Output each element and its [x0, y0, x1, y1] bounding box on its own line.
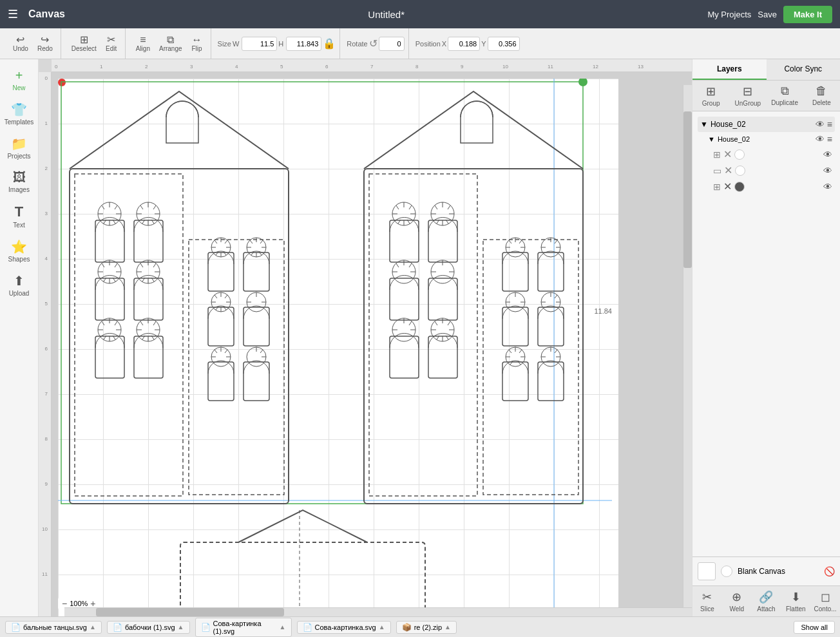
menu-icon[interactable]: ☰: [8, 7, 18, 21]
sidebar-item-projects[interactable]: 📁 Projects: [3, 132, 36, 164]
svg-rect-128: [208, 362, 234, 401]
undo-button[interactable]: ↩ Undo: [9, 33, 32, 53]
width-label: W: [233, 40, 239, 48]
svg-rect-123: [243, 307, 269, 346]
align-button[interactable]: ≡ Align: [132, 33, 154, 53]
tab-layers[interactable]: Layers: [692, 59, 767, 80]
width-input-group: W: [233, 37, 277, 51]
sidebar-item-images[interactable]: 🖼 Images: [3, 166, 36, 197]
sidebar-item-new[interactable]: + New: [3, 64, 36, 95]
file-tab-2[interactable]: 📄 бабочки (1).svg ▲: [107, 621, 190, 634]
svg-text:5: 5: [45, 301, 48, 307]
panel-actions-bottom: ✂ Slice ⊕ Weld 🔗 Attach ⬇ Flatten ◻ Cont…: [692, 585, 840, 616]
undo-icon: ↩: [16, 35, 24, 45]
sidebar-item-shapes[interactable]: ⭐ Shapes: [3, 235, 36, 267]
canvas-area[interactable]: 0 1 2 3 4 5 6 7 8 9 10 11 12 13 0 1 2 3: [39, 59, 692, 616]
y-input[interactable]: [488, 37, 520, 51]
svg-line-194: [519, 240, 522, 243]
lock-icon[interactable]: 🔒: [323, 37, 336, 50]
swatch3-visibility[interactable]: 👁: [823, 182, 832, 192]
svg-rect-170: [428, 278, 457, 320]
attach-button[interactable]: 🔗 Attach: [752, 586, 781, 616]
my-projects-link[interactable]: My Projects: [707, 10, 751, 19]
layer-row-house02-sub[interactable]: ▼ House_02 👁 ≡: [698, 132, 835, 146]
slice-button[interactable]: ✂ Slice: [692, 586, 722, 616]
blank-canvas-swatch: [698, 562, 716, 580]
svg-text:9: 9: [45, 481, 48, 487]
vertical-scroll-thumb[interactable]: [683, 111, 692, 268]
canvas-content[interactable]: 11.843" − 100% +: [52, 72, 692, 616]
svg-rect-191: [502, 252, 528, 291]
horizontal-scrollbar[interactable]: [64, 607, 692, 616]
toolbar: ↩ Undo ↪ Redo ⊞ Deselect ✂ Edit ≡ Align …: [0, 28, 840, 59]
ungroup-button[interactable]: ⊟ UnGroup: [729, 81, 766, 111]
save-button[interactable]: Save: [758, 10, 777, 19]
svg-rect-33: [95, 220, 124, 262]
redo-button[interactable]: ↪ Redo: [33, 33, 57, 53]
zoom-level: 100%: [70, 600, 88, 607]
show-all-button[interactable]: Show all: [794, 621, 835, 634]
sublayer-options[interactable]: ≡: [827, 134, 832, 144]
svg-rect-83: [134, 336, 163, 378]
svg-text:3: 3: [190, 64, 193, 70]
flatten-button[interactable]: ⬇ Flatten: [781, 586, 810, 616]
edit-icon: ✂: [107, 35, 115, 45]
file-tab-5[interactable]: 📦 re (2).zip ▲: [396, 621, 457, 634]
horizontal-scroll-thumb[interactable]: [96, 608, 284, 616]
swatch2-visibility[interactable]: 👁: [823, 166, 832, 176]
tab-color-sync[interactable]: Color Sync: [767, 59, 841, 80]
file-tab-1[interactable]: 📄 бальные танцы.svg ▲: [5, 621, 102, 634]
sidebar-item-templates[interactable]: 👕 Templates: [3, 98, 36, 129]
layer-options-icon[interactable]: ≡: [827, 119, 832, 129]
swatch1-visibility[interactable]: 👁: [823, 149, 832, 160]
file-tab-4[interactable]: 📄 Сова-картинка.svg ▲: [297, 621, 391, 634]
svg-rect-215: [502, 362, 528, 401]
arrange-button[interactable]: ⧉ Arrange: [155, 33, 186, 53]
deselect-button[interactable]: ⊞ Deselect: [68, 33, 100, 53]
upload-icon: ⬆: [14, 273, 24, 289]
flip-button[interactable]: ↔ Flip: [187, 33, 207, 53]
sublayer-visibility-toggle[interactable]: 👁: [816, 134, 825, 144]
projects-icon: 📁: [11, 136, 27, 151]
main-area: + New 👕 Templates 📁 Projects 🖼 Images T …: [0, 59, 840, 616]
height-input[interactable]: [286, 37, 321, 51]
contour-button[interactable]: ◻ Conto...: [810, 586, 840, 616]
layer-visibility-toggle[interactable]: 👁: [816, 119, 825, 129]
sublayer-name: House_02: [718, 135, 813, 143]
svg-text:10: 10: [502, 64, 508, 70]
sidebar-item-upload[interactable]: ⬆ Upload: [3, 269, 36, 301]
swatch-grid-icon-3: ⊞: [713, 182, 721, 192]
svg-rect-135: [243, 362, 269, 401]
group-button[interactable]: ⊞ Group: [692, 81, 729, 111]
svg-line-169: [396, 263, 399, 267]
rotate-input[interactable]: [379, 37, 405, 51]
sidebar-item-text[interactable]: T Text: [3, 200, 36, 233]
svg-line-69: [140, 263, 143, 267]
file-tab-3[interactable]: 📄 Сова-картинка (1).svg ▲: [195, 618, 292, 637]
width-input[interactable]: [242, 37, 277, 51]
make-it-button[interactable]: Make It: [783, 6, 832, 23]
svg-point-27: [578, 79, 587, 86]
slice-icon: ✂: [702, 590, 712, 604]
duplicate-button[interactable]: ⧉ Duplicate: [767, 81, 803, 111]
layer-group-header[interactable]: ▼ House_02 👁 ≡: [698, 117, 835, 132]
top-bar: ☰ Canvas Untitled* My Projects Save Make…: [0, 0, 840, 28]
svg-line-96: [225, 240, 227, 243]
layer-subgroup-house02: ▼ House_02 👁 ≡ ⊞ ✕ 👁: [698, 132, 835, 195]
ruler-top: 0 1 2 3 4 5 6 7 8 9 10 11 12 13: [52, 59, 692, 72]
edit-button[interactable]: ✂ Edit: [102, 33, 121, 53]
document-title: Untitled*: [75, 9, 697, 20]
delete-button[interactable]: 🗑 Delete: [803, 81, 840, 111]
weld-button[interactable]: ⊕ Weld: [722, 586, 752, 616]
vertical-scrollbar[interactable]: [683, 85, 692, 607]
svg-rect-26: [61, 82, 583, 504]
duplicate-icon: ⧉: [781, 84, 789, 98]
app-name: Canvas: [28, 8, 65, 20]
height-input-group: H: [278, 37, 321, 51]
svg-text:11.843": 11.843": [594, 307, 612, 315]
x-input[interactable]: [448, 37, 480, 51]
swatch-plain-icon-2: ▭: [713, 166, 721, 176]
svg-line-86: [153, 321, 156, 325]
canvas-visibility-toggle[interactable]: 🚫: [824, 566, 835, 576]
ungroup-icon: ⊟: [743, 84, 752, 99]
